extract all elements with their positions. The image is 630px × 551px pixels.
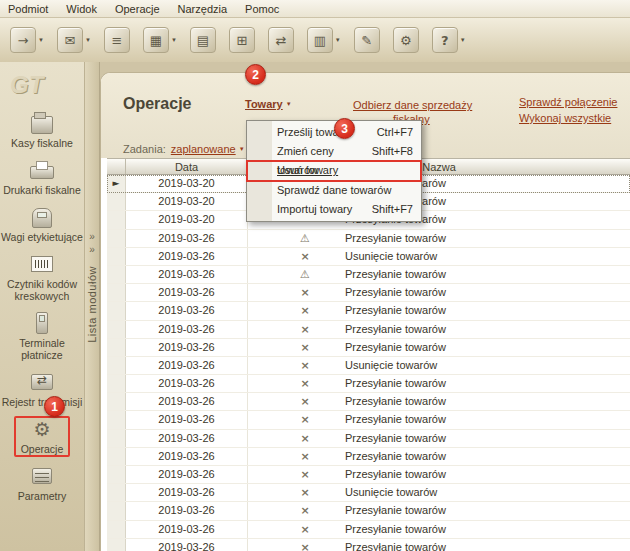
table-row[interactable]: 2019-03-26 Przesyłanie towarów — [107, 321, 630, 339]
tasks-filter-link[interactable]: zaplanowane — [171, 143, 236, 155]
cell-name: Przesyłanie towarów — [248, 321, 630, 338]
table-row[interactable]: 2019-03-26 Przesyłanie towarów — [107, 448, 630, 466]
toolbar-button[interactable]: ▼ — [190, 27, 216, 53]
barcode-reader-icon — [28, 253, 56, 275]
cell-name: Przesyłanie towarów — [248, 302, 630, 319]
status-icon — [296, 230, 314, 247]
cash-register-icon — [28, 112, 56, 134]
collapse-chevron-icon[interactable]: » — [89, 243, 95, 256]
sidebar-item[interactable]: Drukarki fiskalne — [0, 155, 84, 202]
menu-item[interactable]: Usuń towary — [247, 161, 421, 181]
row-marker — [107, 284, 126, 301]
toolbar-button[interactable]: ▼ — [307, 27, 341, 53]
toolbar-button[interactable]: ▼ — [229, 27, 255, 53]
sidebar-item[interactable]: Parametry — [0, 461, 84, 508]
transmission-register-icon — [28, 371, 56, 393]
cell-name: Przesyłanie towarów — [248, 521, 630, 538]
row-marker — [107, 411, 126, 428]
status-icon — [296, 321, 314, 338]
cell-date: 2019-03-26 — [126, 339, 248, 356]
toolbar-button[interactable]: ▼ — [10, 27, 44, 53]
wykonaj-wszystkie-link[interactable]: Wykonaj wszystkie — [519, 112, 611, 124]
table-row[interactable]: 2019-03-26 Przesyłanie towarów — [107, 411, 630, 429]
cell-name: Przesyłanie towarów — [248, 393, 630, 410]
row-marker — [107, 539, 126, 551]
table-row[interactable]: 2019-03-26 Przesyłanie towarów — [107, 230, 630, 248]
table-row[interactable]: 2019-03-26 Przesyłanie towarów — [107, 393, 630, 411]
collapse-chevron-icon[interactable]: » — [89, 230, 95, 243]
calculator-icon — [229, 27, 255, 53]
sidebar-item-label: Operacje — [1, 443, 83, 455]
menu-item-shortcut: Shift+F7 — [372, 200, 413, 219]
toolbar-button[interactable]: ▼ — [393, 27, 419, 53]
table-row[interactable]: 2019-03-26 Przesyłanie towarów — [107, 339, 630, 357]
toolbar-button[interactable]: ▼ — [268, 27, 294, 53]
operation-name: Przesyłanie towarów — [345, 395, 446, 407]
page-title: Operacje — [123, 95, 191, 113]
cell-name: Przesyłanie towarów — [248, 411, 630, 428]
toolbar-button[interactable]: ▼ — [57, 27, 91, 53]
menu-item[interactable]: Importuj towary Shift+F7 — [247, 200, 421, 219]
table-row[interactable]: 2019-03-26 Usunięcie towarów — [107, 357, 630, 375]
toolbar-button[interactable]: ▼ — [143, 27, 177, 53]
table-row[interactable]: 2019-03-26 Przesyłanie towarów — [107, 466, 630, 484]
cell-date: 2019-03-26 — [126, 230, 248, 247]
menu-item-label: Importuj towary — [277, 200, 352, 219]
table-row[interactable]: 2019-03-26 Przesyłanie towarów — [107, 266, 630, 284]
menu-bar: PodmiotWidokOperacjeNarzędziaPomoc — [0, 0, 630, 18]
sidebar-item[interactable]: Czytniki kodów kreskowych — [0, 249, 84, 308]
operation-name: Przesyłanie towarów — [345, 232, 446, 244]
toolbar-button[interactable]: ▼ — [354, 27, 380, 53]
table-row[interactable]: 2019-03-26 Przesyłanie towarów — [107, 539, 630, 551]
sidebar-item[interactable]: Rejestr transmisji — [0, 367, 84, 414]
cell-name: Przesyłanie towarów — [248, 539, 630, 551]
operation-name: Przesyłanie towarów — [345, 450, 446, 462]
table-row[interactable]: 2019-03-26 Przesyłanie towarów — [107, 375, 630, 393]
cell-name: Przesyłanie towarów — [248, 230, 630, 247]
sidebar-item-label: Parametry — [1, 490, 83, 502]
menu-item[interactable]: Sprawdź dane towarów — [247, 181, 421, 200]
table-row[interactable]: 2019-03-26 Przesyłanie towarów — [107, 521, 630, 539]
menu-item-shortcut: Shift+F8 — [372, 142, 413, 161]
sprawdz-polaczenie-link[interactable]: Sprawdź połączenie — [519, 96, 617, 108]
operation-name: Przesyłanie towarów — [345, 504, 446, 516]
sidebar-item[interactable]: Kasy fiskalne — [0, 108, 84, 155]
menubar-item[interactable]: Narzędzia — [178, 3, 228, 15]
sidebar-item[interactable]: Terminale płatnicze — [0, 308, 84, 367]
row-marker — [107, 321, 126, 338]
towary-menu-button[interactable]: Towary▼ — [245, 98, 292, 110]
menubar-item[interactable]: Pomoc — [245, 3, 279, 15]
status-icon — [296, 539, 314, 551]
cell-date: 2019-03-26 — [126, 302, 248, 319]
sidebar-item[interactable]: Wagi etykietujące — [0, 202, 84, 249]
row-marker — [107, 175, 126, 192]
cell-date: 2019-03-26 — [126, 284, 248, 301]
toolbar-button[interactable]: ▼ — [432, 27, 466, 53]
table-row[interactable]: 2019-03-26 Przesyłanie towarów — [107, 302, 630, 320]
operation-name: Przesyłanie towarów — [345, 268, 446, 280]
operation-name: Przesyłanie towarów — [345, 286, 446, 298]
row-marker — [107, 466, 126, 483]
sidebar-item[interactable]: Operacje — [0, 414, 84, 461]
sidebar-item-label: Wagi etykietujące — [1, 231, 83, 243]
table-row[interactable]: 2019-03-26 Usunięcie towarów — [107, 248, 630, 266]
table-row[interactable]: 2019-03-26 Usunięcie towarów — [107, 484, 630, 502]
menubar-item[interactable]: Podmiot — [8, 3, 48, 15]
menubar-item[interactable]: Widok — [66, 3, 97, 15]
row-marker — [107, 430, 126, 447]
toolbar-button[interactable]: ▼ — [104, 27, 130, 53]
cell-date: 2019-03-26 — [126, 411, 248, 428]
annotation-badge-1: 1 — [44, 396, 65, 417]
column-header-data[interactable]: Data — [126, 159, 248, 174]
printer-icon — [190, 27, 216, 53]
odbierz-dane-sprzedazy-link[interactable]: Odbierz dane sprzedaży — [353, 99, 472, 111]
menu-item[interactable]: Zmień ceny towarów Shift+F8 — [247, 142, 421, 161]
print-queue-icon — [104, 27, 130, 53]
cell-date: 2019-03-26 — [126, 357, 248, 374]
table-row[interactable]: 2019-03-26 Przesyłanie towarów — [107, 502, 630, 520]
menubar-item[interactable]: Operacje — [115, 3, 160, 15]
row-marker — [107, 448, 126, 465]
table-row[interactable]: 2019-03-26 Przesyłanie towarów — [107, 430, 630, 448]
table-row[interactable]: 2019-03-26 Przesyłanie towarów — [107, 284, 630, 302]
cell-date: 2019-03-26 — [126, 393, 248, 410]
